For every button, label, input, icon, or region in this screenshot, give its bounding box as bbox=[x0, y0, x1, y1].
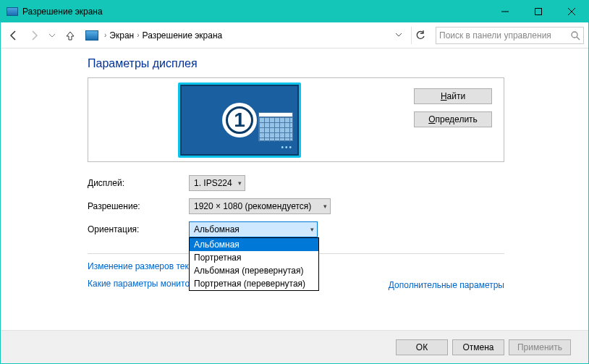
dots-icon: ••• bbox=[281, 143, 293, 151]
close-button[interactable] bbox=[555, 1, 588, 22]
titlebar: Разрешение экрана bbox=[1, 1, 588, 22]
orientation-option[interactable]: Портретная bbox=[190, 251, 318, 264]
monitor-thumbnail[interactable]: 1 ••• bbox=[178, 82, 301, 158]
app-icon bbox=[7, 7, 18, 16]
search-input[interactable]: Поиск в панели управления bbox=[436, 27, 584, 44]
footer: ОК Отмена Применить bbox=[1, 330, 588, 363]
window-title: Разрешение экрана bbox=[22, 7, 488, 17]
display-preview: 1 ••• Найти Определить bbox=[88, 77, 504, 162]
monitor-number: 1 bbox=[234, 109, 245, 132]
maximize-button[interactable] bbox=[522, 1, 555, 22]
orientation-option[interactable]: Портретная (перевернутая) bbox=[190, 277, 318, 290]
navbar: › Экран › Разрешение экрана Поиск в пане… bbox=[1, 22, 588, 48]
forward-button bbox=[25, 27, 43, 44]
orientation-dropdown[interactable]: Альбомная ▾ Альбомная Портретная Альбомн… bbox=[189, 221, 318, 237]
history-dropdown[interactable] bbox=[46, 27, 59, 44]
breadcrumb-item-screen[interactable]: Экран bbox=[109, 30, 134, 41]
chevron-right-icon: › bbox=[104, 31, 106, 39]
minimize-button[interactable] bbox=[488, 1, 522, 22]
refresh-button[interactable] bbox=[411, 27, 428, 44]
resolution-label: Разрешение: bbox=[88, 201, 189, 211]
breadcrumb[interactable]: › Экран › Разрешение экрана bbox=[82, 27, 408, 44]
chevron-right-icon: › bbox=[137, 31, 139, 39]
chevron-down-icon: ▾ bbox=[238, 179, 242, 187]
orientation-option[interactable]: Альбомная (перевернутая) bbox=[190, 264, 318, 277]
orientation-option[interactable]: Альбомная bbox=[190, 238, 318, 251]
svg-point-4 bbox=[572, 32, 577, 38]
window: Разрешение экрана › Экран › Разрешение э… bbox=[0, 0, 589, 364]
svg-line-5 bbox=[577, 37, 580, 40]
ok-button[interactable]: ОК bbox=[396, 339, 448, 355]
orientation-label: Ориентация: bbox=[88, 224, 189, 234]
orientation-options-list: Альбомная Портретная Альбомная (переверн… bbox=[189, 237, 319, 291]
back-button[interactable] bbox=[5, 27, 22, 44]
resolution-dropdown[interactable]: 1920 × 1080 (рекомендуется) ▾ bbox=[189, 198, 331, 214]
identify-button[interactable]: Определить bbox=[414, 111, 492, 127]
search-icon bbox=[570, 30, 580, 41]
up-button[interactable] bbox=[62, 27, 79, 44]
find-button[interactable]: Найти bbox=[414, 88, 492, 104]
breadcrumb-item-resolution[interactable]: Разрешение экрана bbox=[143, 30, 223, 41]
search-placeholder: Поиск в панели управления bbox=[439, 30, 570, 41]
chevron-down-icon: ▾ bbox=[310, 226, 314, 233]
apply-button: Применить bbox=[509, 339, 571, 355]
chevron-down-icon: ▾ bbox=[323, 203, 327, 210]
display-dropdown[interactable]: 1. IPS224 ▾ bbox=[189, 175, 245, 191]
monitor-icon bbox=[85, 30, 98, 41]
content-area: Параметры дисплея 1 ••• Найти Определить… bbox=[1, 48, 588, 330]
cancel-button[interactable]: Отмена bbox=[452, 339, 504, 355]
page-heading: Параметры дисплея bbox=[88, 57, 588, 70]
display-label: Дисплей: bbox=[88, 178, 189, 188]
advanced-settings-link[interactable]: Дополнительные параметры bbox=[389, 280, 504, 290]
breadcrumb-dropdown[interactable] bbox=[393, 30, 404, 41]
svg-rect-1 bbox=[535, 9, 542, 15]
